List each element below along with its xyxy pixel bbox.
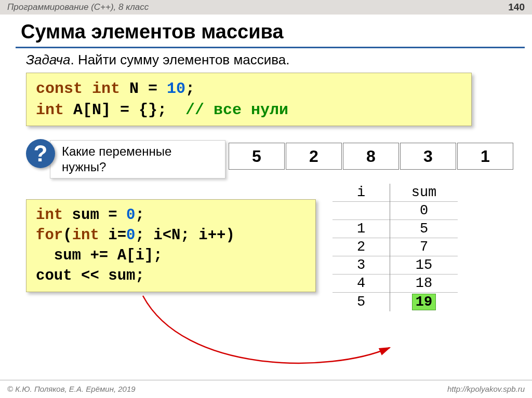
array-cell: 8 xyxy=(343,143,399,170)
page-title: Сумма элементов массива xyxy=(21,21,284,43)
question-box: Какие переменные нужны? xyxy=(50,140,225,179)
question-text: Какие переменные нужны? xyxy=(62,144,171,174)
trace-sum: 7 xyxy=(390,238,458,256)
array-cell: 2 xyxy=(286,143,342,170)
task-label: Задача xyxy=(26,52,70,67)
slide: Программирование (С++), 8 класс 140 Сумм… xyxy=(0,0,532,398)
task-text: . Найти сумму элементов массива. xyxy=(70,52,289,67)
header-band: Программирование (С++), 8 класс 140 xyxy=(0,0,532,15)
array-cell: 3 xyxy=(400,143,456,170)
code-block-declaration: const int N = 10; int A[N] = {}; // все … xyxy=(26,73,472,126)
trace-i: 3 xyxy=(332,256,390,275)
page-number: 140 xyxy=(508,2,525,13)
trace-i: 1 xyxy=(332,220,390,238)
footer-url: http://kpolyakov.spb.ru xyxy=(447,385,525,393)
array-cell: 1 xyxy=(457,143,513,170)
trace-i: 4 xyxy=(332,275,390,293)
trace-sum: 15 xyxy=(390,256,458,275)
footer: © К.Ю. Поляков, Е.А. Ерёмин, 2019 http:/… xyxy=(0,380,532,398)
trace-sum: 0 xyxy=(390,202,458,220)
code-block-loop: int sum = 0; for(int i=0; i<N; i++) sum … xyxy=(26,199,316,292)
task-line: Задача. Найти сумму элементов массива. xyxy=(26,52,289,68)
final-sum-highlight: 19 xyxy=(412,294,436,310)
trace-head-sum: sum xyxy=(390,184,458,202)
trace-sum: 18 xyxy=(390,275,458,293)
trace-sum: 5 xyxy=(390,220,458,238)
array-cell: 5 xyxy=(229,143,285,170)
question-mark-icon: ? xyxy=(34,141,48,167)
trace-head-i: i xyxy=(332,184,390,202)
trace-sum: 19 xyxy=(390,293,458,312)
array-row: 5 2 8 3 1 xyxy=(229,143,514,170)
trace-i: 2 xyxy=(332,238,390,256)
trace-i xyxy=(332,202,390,220)
trace-table: i sum 0 15 27 315 418 5 19 xyxy=(332,184,458,311)
title-underline xyxy=(16,47,525,48)
question-badge: ? xyxy=(26,139,55,168)
course-label: Программирование (С++), 8 класс xyxy=(7,2,149,12)
trace-i: 5 xyxy=(332,293,390,312)
copyright: © К.Ю. Поляков, Е.А. Ерёмин, 2019 xyxy=(7,385,136,393)
